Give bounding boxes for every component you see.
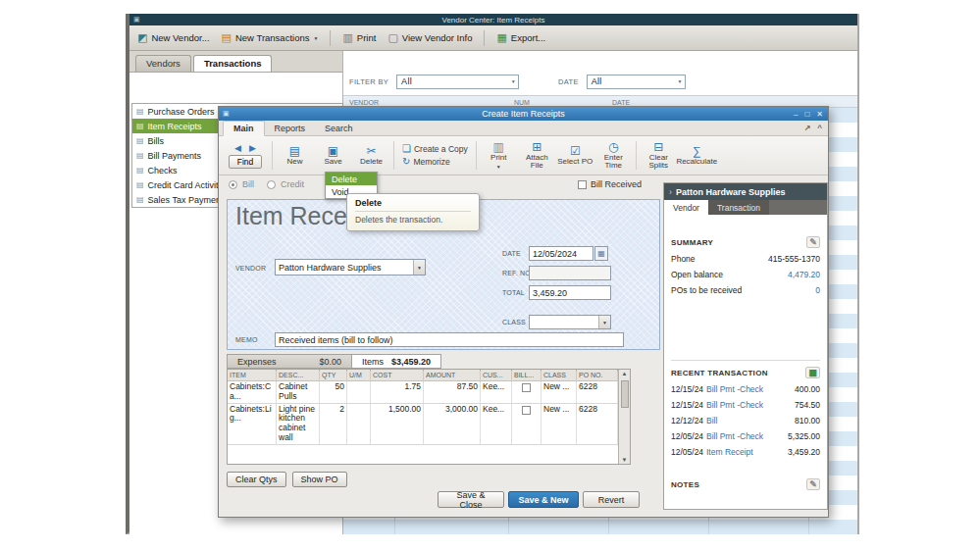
enter-time-button[interactable]: ◷ Enter Time [595, 138, 632, 173]
tab-main[interactable]: Main [223, 121, 265, 136]
print-label: Print [357, 32, 377, 43]
recalculate-button[interactable]: ∑ Recalculate [679, 138, 715, 173]
view-vendor-info-button[interactable]: ▢ View Vendor Info [387, 32, 472, 43]
tab-expenses[interactable]: Expenses $0.00 [227, 354, 352, 369]
maximize-button[interactable]: □ [804, 110, 809, 119]
scrollbar-thumb[interactable] [621, 380, 629, 408]
item-cell [512, 404, 542, 444]
menu-item-delete[interactable]: Delete [326, 173, 377, 185]
summary-label: Open balance [671, 270, 723, 279]
minimize-button[interactable]: – [794, 110, 798, 119]
save-new-button[interactable]: Save & New [508, 491, 579, 508]
back-arrow-icon[interactable]: ◀ [234, 143, 241, 153]
item-row[interactable]: Cabinets:Ca...Cabinet Pulls501.7587.50Ke… [228, 381, 618, 404]
vendor-dropdown[interactable]: Patton Hardware Supplies ▼ [275, 259, 426, 276]
find-button[interactable]: Find [229, 155, 263, 169]
select-po-button[interactable]: ☑ Select PO [557, 138, 593, 173]
vendor-value: Patton Hardware Supplies [279, 263, 382, 273]
show-po-button[interactable]: Show PO [292, 472, 347, 487]
filter-row: FILTER BY All ▼ DATE All ▼ [343, 71, 857, 92]
memo-field[interactable]: Received items (bill to follow) [275, 332, 624, 347]
filter-by-dropdown[interactable]: All ▼ [396, 75, 519, 89]
column-header-num[interactable]: NUM [514, 99, 530, 106]
print-button[interactable]: ▥ Print [342, 32, 376, 43]
new-transactions-button[interactable]: ▤ New Transactions ▼ [222, 32, 319, 43]
print-dropdown-button[interactable]: ▥ Print ▼ [481, 138, 517, 173]
export-button[interactable]: ▦ Export... [496, 32, 545, 43]
delete-label: Delete [360, 158, 383, 166]
recent-section-header: RECENT TRANSACTION ▦ [671, 367, 820, 378]
summary-value[interactable]: 0 [815, 285, 820, 295]
summary-heading: SUMMARY [671, 238, 713, 247]
vendor-center-tabs: Vendors Transactions [129, 51, 342, 73]
vendor-panel-header[interactable]: › Patton Hardware Supplies [664, 183, 827, 200]
form-icon: ▤ [136, 166, 144, 175]
new-button[interactable]: ▤ New [277, 138, 313, 173]
clear-splits-button[interactable]: ⊟ Clear Splits [641, 138, 677, 173]
item-cell: 3,000.00 [424, 404, 481, 444]
delete-button[interactable]: ✂ Delete [353, 138, 389, 173]
items-label: Items [362, 357, 384, 367]
bill-received-checkbox[interactable] [578, 180, 587, 189]
create-copy-button[interactable]: ❏ Create a Copy [402, 144, 468, 154]
item-row[interactable]: Cabinets:Lig...Light pine kitchen cabine… [228, 404, 618, 445]
new-vendor-button[interactable]: ◩ New Vendor... [137, 32, 210, 43]
item-cell [347, 381, 371, 403]
save-button[interactable]: ▣ Save [315, 138, 351, 173]
clear-qtys-button[interactable]: Clear Qtys [227, 472, 286, 487]
memorize-button[interactable]: ↻ Memorize [402, 157, 468, 167]
date-field-label: DATE [502, 250, 521, 257]
clear-splits-label: Clear Splits [641, 154, 677, 171]
expand-icon[interactable]: ↗ [804, 124, 811, 132]
credit-radio[interactable] [267, 180, 276, 189]
delete-icon: ✂ [366, 145, 376, 157]
credit-radio-label: Credit [281, 179, 304, 189]
transaction-amount: 3,459.20 [781, 447, 820, 457]
scroll-up-icon[interactable]: ▲ [622, 371, 628, 376]
billable-checkbox[interactable] [522, 383, 531, 392]
tab-vendors[interactable]: Vendors [135, 55, 191, 72]
class-dropdown[interactable]: ▼ [529, 315, 611, 329]
attach-file-button[interactable]: ⊞ Attach File [519, 138, 555, 173]
column-header-date[interactable]: DATE [612, 99, 630, 106]
tab-reports[interactable]: Reports [265, 122, 316, 135]
report-icon[interactable]: ▦ [805, 367, 820, 378]
forward-arrow-icon[interactable]: ▶ [249, 143, 256, 153]
collapse-ribbon-icon[interactable]: ^ [817, 124, 822, 132]
tab-items[interactable]: Items $3,459.20 [352, 354, 441, 369]
ref-no-field[interactable] [529, 266, 611, 280]
date-field[interactable]: 12/05/2024 [529, 246, 593, 261]
total-field[interactable]: 3,459.20 [529, 285, 611, 300]
screen: ▣ Vendor Center: Item Receipts ◩ New Ven… [0, 0, 980, 551]
chevron-down-icon: ▼ [511, 78, 516, 84]
transaction-type-link[interactable]: Bill Pmt -Check [706, 384, 781, 394]
recalculate-icon: ∑ [693, 145, 701, 157]
calendar-icon[interactable]: ▦ [594, 246, 608, 261]
bill-radio[interactable] [229, 180, 237, 189]
revert-button[interactable]: Revert [583, 491, 640, 508]
date-filter-dropdown[interactable]: All ▼ [587, 75, 686, 89]
transaction-type-label: Checks [148, 166, 178, 175]
save-close-button[interactable]: Save & Close [438, 491, 504, 508]
transaction-type-link[interactable]: Bill Pmt -Check [706, 431, 781, 441]
window-icon: ▣ [223, 110, 230, 118]
column-header-vendor[interactable]: VENDOR [349, 99, 379, 106]
tab-transaction[interactable]: Transaction [708, 200, 769, 215]
transaction-type-link[interactable]: Item Receipt [706, 447, 781, 457]
transaction-type-link[interactable]: Bill [706, 416, 781, 426]
dialog-window-controls: – □ ✕ [794, 107, 823, 121]
tab-search[interactable]: Search [315, 122, 363, 135]
transaction-type-link[interactable]: Bill Pmt -Check [706, 400, 781, 410]
summary-value[interactable]: 4,479.20 [788, 270, 820, 279]
tab-transactions[interactable]: Transactions [193, 55, 273, 72]
vendor-center-titlebar: ▣ Vendor Center: Item Receipts [129, 14, 857, 25]
edit-pencil-icon[interactable]: ✎ [806, 478, 820, 490]
edit-pencil-icon[interactable]: ✎ [806, 236, 820, 248]
close-button[interactable]: ✕ [816, 110, 823, 119]
tab-vendor[interactable]: Vendor [664, 200, 708, 215]
billable-checkbox[interactable] [522, 406, 531, 415]
create-copy-icon: ❏ [402, 144, 411, 154]
scroll-down-icon[interactable]: ▼ [622, 457, 628, 463]
item-cell: 6228 [577, 404, 618, 444]
items-table-scrollbar[interactable]: ▲ ▼ [618, 370, 630, 464]
